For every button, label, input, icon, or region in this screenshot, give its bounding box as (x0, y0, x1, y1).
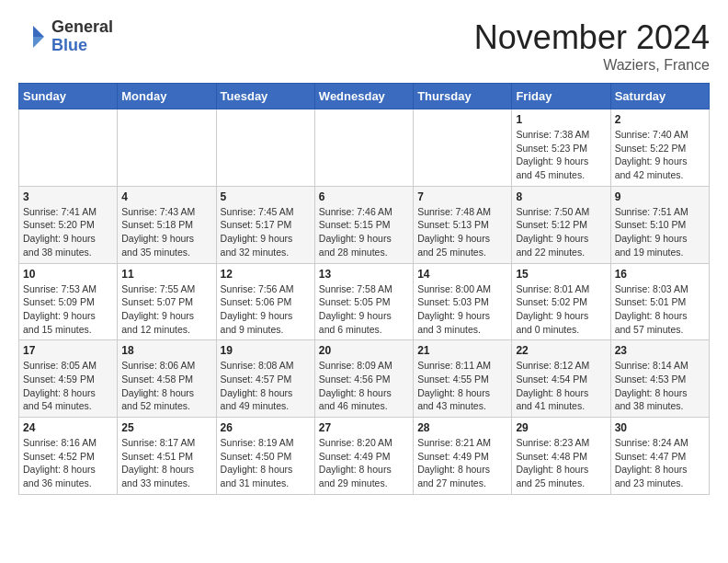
calendar-cell: 30Sunrise: 8:24 AMSunset: 4:47 PMDayligh… (610, 418, 709, 495)
calendar-week-row: 10Sunrise: 7:53 AMSunset: 5:09 PMDayligh… (19, 263, 710, 340)
day-number: 10 (23, 268, 113, 281)
calendar-cell: 25Sunrise: 8:17 AMSunset: 4:51 PMDayligh… (118, 418, 216, 495)
day-number: 24 (23, 421, 113, 434)
calendar-week-row: 1Sunrise: 7:38 AMSunset: 5:23 PMDaylight… (19, 109, 710, 187)
calendar-week-row: 3Sunrise: 7:41 AMSunset: 5:20 PMDaylight… (19, 186, 710, 263)
day-number: 25 (121, 421, 211, 434)
day-number: 16 (615, 268, 705, 281)
calendar-cell (216, 109, 314, 187)
month-title: November 2024 (474, 18, 710, 57)
day-info: Sunrise: 7:38 AMSunset: 5:23 PMDaylight:… (516, 128, 606, 182)
calendar-cell: 6Sunrise: 7:46 AMSunset: 5:15 PMDaylight… (314, 186, 413, 263)
day-number: 7 (417, 190, 507, 203)
day-info: Sunrise: 8:24 AMSunset: 4:47 PMDaylight:… (615, 436, 705, 490)
calendar-cell: 22Sunrise: 8:12 AMSunset: 4:54 PMDayligh… (512, 340, 610, 418)
day-number: 4 (121, 190, 211, 203)
day-number: 3 (23, 190, 113, 203)
day-number: 19 (221, 344, 311, 357)
title-area: November 2024 Waziers, France (474, 18, 710, 74)
day-info: Sunrise: 8:03 AMSunset: 5:01 PMDaylight:… (615, 282, 705, 337)
calendar-cell: 5Sunrise: 7:45 AMSunset: 5:17 PMDaylight… (216, 186, 314, 263)
day-info: Sunrise: 7:50 AMSunset: 5:12 PMDaylight:… (516, 205, 606, 259)
day-number: 17 (23, 344, 113, 357)
day-info: Sunrise: 8:20 AMSunset: 4:49 PMDaylight:… (319, 436, 409, 490)
calendar-cell: 11Sunrise: 7:55 AMSunset: 5:07 PMDayligh… (118, 263, 216, 340)
calendar-week-row: 24Sunrise: 8:16 AMSunset: 4:52 PMDayligh… (19, 418, 710, 495)
header: General Blue November 2024 Waziers, Fran… (18, 18, 710, 74)
calendar-body: 1Sunrise: 7:38 AMSunset: 5:23 PMDaylight… (19, 109, 710, 495)
calendar-cell: 20Sunrise: 8:09 AMSunset: 4:56 PMDayligh… (314, 340, 413, 418)
calendar-cell: 7Sunrise: 7:48 AMSunset: 5:13 PMDaylight… (414, 186, 512, 263)
day-info: Sunrise: 8:00 AMSunset: 5:03 PMDaylight:… (417, 282, 507, 337)
calendar-cell: 29Sunrise: 8:23 AMSunset: 4:48 PMDayligh… (512, 418, 610, 495)
logo-general: General (51, 17, 113, 36)
calendar-cell: 9Sunrise: 7:51 AMSunset: 5:10 PMDaylight… (610, 186, 709, 263)
calendar-header-row: SundayMondayTuesdayWednesdayThursdayFrid… (19, 84, 710, 109)
day-number: 29 (516, 421, 606, 434)
day-info: Sunrise: 7:41 AMSunset: 5:20 PMDaylight:… (23, 205, 113, 259)
day-info: Sunrise: 8:12 AMSunset: 4:54 PMDaylight:… (516, 359, 606, 413)
calendar-cell: 15Sunrise: 8:01 AMSunset: 5:02 PMDayligh… (512, 263, 610, 340)
day-info: Sunrise: 7:48 AMSunset: 5:13 PMDaylight:… (417, 205, 507, 259)
day-number: 1 (516, 113, 606, 126)
calendar-week-row: 17Sunrise: 8:05 AMSunset: 4:59 PMDayligh… (19, 340, 710, 418)
svg-marker-0 (33, 26, 44, 37)
calendar-cell: 4Sunrise: 7:43 AMSunset: 5:18 PMDaylight… (118, 186, 216, 263)
day-info: Sunrise: 8:09 AMSunset: 4:56 PMDaylight:… (319, 359, 409, 413)
day-number: 22 (516, 344, 606, 357)
day-info: Sunrise: 7:40 AMSunset: 5:22 PMDaylight:… (615, 128, 705, 182)
calendar-cell: 24Sunrise: 8:16 AMSunset: 4:52 PMDayligh… (19, 418, 118, 495)
calendar-cell: 3Sunrise: 7:41 AMSunset: 5:20 PMDaylight… (19, 186, 118, 263)
day-info: Sunrise: 8:01 AMSunset: 5:02 PMDaylight:… (516, 282, 606, 337)
day-info: Sunrise: 8:21 AMSunset: 4:49 PMDaylight:… (417, 436, 507, 490)
calendar-cell: 18Sunrise: 8:06 AMSunset: 4:58 PMDayligh… (118, 340, 216, 418)
day-number: 28 (417, 421, 507, 434)
calendar-cell: 19Sunrise: 8:08 AMSunset: 4:57 PMDayligh… (216, 340, 314, 418)
calendar-cell (414, 109, 512, 187)
calendar-cell (314, 109, 413, 187)
header-day-tuesday: Tuesday (216, 84, 314, 109)
calendar-cell: 21Sunrise: 8:11 AMSunset: 4:55 PMDayligh… (414, 340, 512, 418)
day-number: 30 (615, 421, 705, 434)
calendar-cell: 1Sunrise: 7:38 AMSunset: 5:23 PMDaylight… (512, 109, 610, 187)
day-info: Sunrise: 7:45 AMSunset: 5:17 PMDaylight:… (221, 205, 311, 259)
calendar-cell: 27Sunrise: 8:20 AMSunset: 4:49 PMDayligh… (314, 418, 413, 495)
calendar-table: SundayMondayTuesdayWednesdayThursdayFrid… (18, 83, 710, 495)
day-info: Sunrise: 7:46 AMSunset: 5:15 PMDaylight:… (319, 205, 409, 259)
day-number: 15 (516, 268, 606, 281)
day-info: Sunrise: 7:53 AMSunset: 5:09 PMDaylight:… (23, 282, 113, 337)
day-number: 13 (319, 268, 409, 281)
calendar-cell: 23Sunrise: 8:14 AMSunset: 4:53 PMDayligh… (610, 340, 709, 418)
day-number: 5 (221, 190, 311, 203)
day-number: 6 (319, 190, 409, 203)
logo-icon (18, 22, 48, 52)
calendar-cell: 14Sunrise: 8:00 AMSunset: 5:03 PMDayligh… (414, 263, 512, 340)
location: Waziers, France (474, 57, 710, 74)
header-day-friday: Friday (512, 84, 610, 109)
day-info: Sunrise: 7:51 AMSunset: 5:10 PMDaylight:… (615, 205, 705, 259)
header-day-saturday: Saturday (610, 84, 709, 109)
day-number: 8 (516, 190, 606, 203)
day-info: Sunrise: 8:06 AMSunset: 4:58 PMDaylight:… (121, 359, 211, 413)
calendar-cell: 26Sunrise: 8:19 AMSunset: 4:50 PMDayligh… (216, 418, 314, 495)
day-number: 9 (615, 190, 705, 203)
calendar-cell: 12Sunrise: 7:56 AMSunset: 5:06 PMDayligh… (216, 263, 314, 340)
day-info: Sunrise: 7:56 AMSunset: 5:06 PMDaylight:… (221, 282, 311, 337)
day-info: Sunrise: 8:23 AMSunset: 4:48 PMDaylight:… (516, 436, 606, 490)
calendar-cell: 10Sunrise: 7:53 AMSunset: 5:09 PMDayligh… (19, 263, 118, 340)
calendar-cell: 17Sunrise: 8:05 AMSunset: 4:59 PMDayligh… (19, 340, 118, 418)
header-day-wednesday: Wednesday (314, 84, 413, 109)
day-info: Sunrise: 8:05 AMSunset: 4:59 PMDaylight:… (23, 359, 113, 413)
day-info: Sunrise: 8:17 AMSunset: 4:51 PMDaylight:… (121, 436, 211, 490)
logo-blue: Blue (51, 36, 87, 54)
day-number: 18 (121, 344, 211, 357)
day-number: 27 (319, 421, 409, 434)
header-day-monday: Monday (118, 84, 216, 109)
day-number: 21 (417, 344, 507, 357)
day-number: 12 (221, 268, 311, 281)
day-info: Sunrise: 8:08 AMSunset: 4:57 PMDaylight:… (221, 359, 311, 413)
logo: General Blue (18, 18, 113, 55)
calendar-cell: 28Sunrise: 8:21 AMSunset: 4:49 PMDayligh… (414, 418, 512, 495)
day-number: 23 (615, 344, 705, 357)
day-number: 2 (615, 113, 705, 126)
